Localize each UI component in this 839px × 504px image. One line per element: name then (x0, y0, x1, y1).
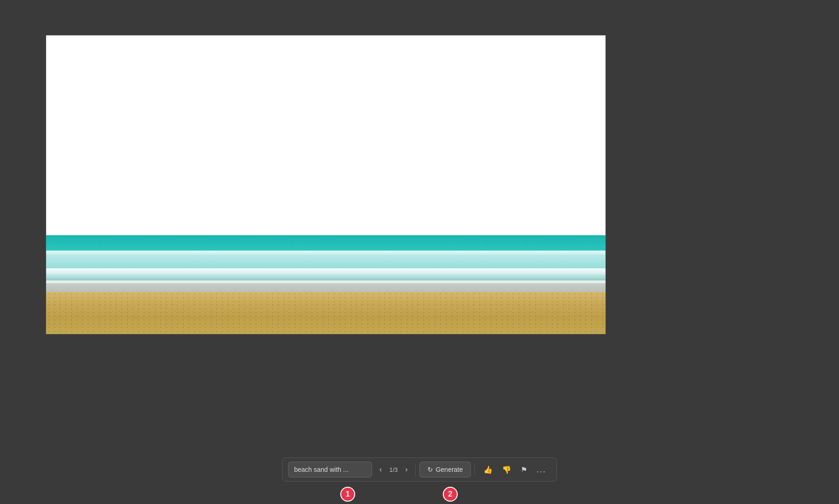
more-button[interactable]: ... (532, 462, 551, 477)
thumbsup-icon: 👍 (483, 465, 493, 474)
divider-2 (475, 463, 475, 476)
thumbsup-button[interactable]: 👍 (479, 463, 497, 477)
annotation-1: 1 (340, 487, 355, 502)
prev-button[interactable]: ‹ (376, 463, 385, 477)
toolbar: beach sand with ... ‹ 1/3 › ↻ Generate 👍… (282, 457, 557, 482)
sand (46, 292, 605, 334)
annotation-1-label: 1 (346, 490, 350, 498)
refresh-icon: ↻ (427, 466, 433, 473)
image-frame (46, 35, 606, 334)
surf-zone (46, 268, 605, 283)
prompt-field[interactable]: beach sand with ... (288, 462, 372, 477)
wave-detail (46, 251, 605, 252)
thumbsdown-button[interactable]: 👎 (497, 463, 516, 477)
page-indicator: 1/3 (387, 466, 399, 473)
flag-icon: ⚑ (521, 465, 527, 474)
prompt-text: beach sand with ... (294, 466, 349, 473)
annotation-2: 2 (443, 487, 458, 502)
wet-sand (46, 283, 605, 292)
chevron-right-icon: › (405, 465, 407, 474)
sky-area (46, 35, 605, 235)
beach-scene (46, 35, 605, 334)
next-button[interactable]: › (401, 463, 411, 477)
generate-label: Generate (436, 466, 463, 473)
ellipsis-icon: ... (536, 465, 546, 474)
annotation-2-label: 2 (448, 490, 453, 498)
chevron-left-icon: ‹ (379, 465, 382, 474)
divider (415, 463, 416, 476)
nav-controls: ‹ 1/3 › (376, 463, 412, 477)
generate-button[interactable]: ↻ Generate (420, 462, 471, 477)
thumbsdown-icon: 👎 (502, 465, 511, 474)
main-container: beach sand with ... ‹ 1/3 › ↻ Generate 👍… (0, 0, 839, 504)
flag-button[interactable]: ⚑ (516, 463, 532, 477)
